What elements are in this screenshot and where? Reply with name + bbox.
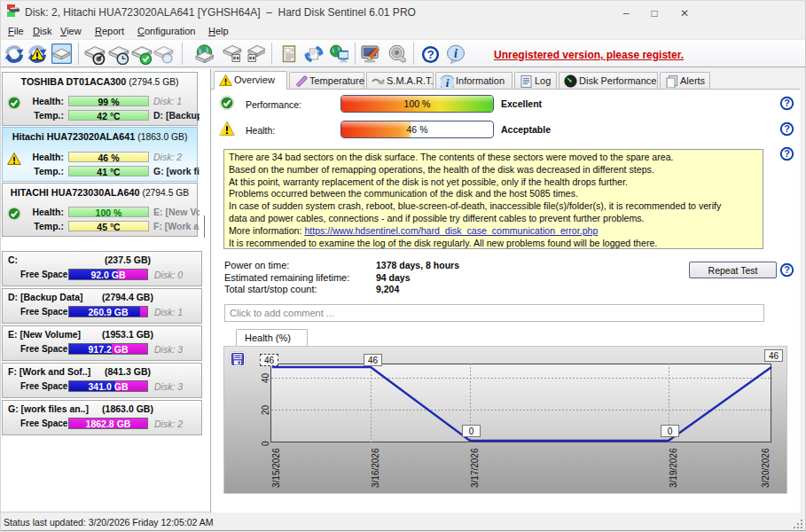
svg-text:i: i	[454, 47, 458, 60]
svg-text:?: ?	[784, 98, 790, 108]
svg-text:?: ?	[426, 48, 434, 61]
svg-text:?: ?	[784, 264, 790, 275]
svg-text:?: ?	[784, 148, 790, 159]
svg-text:?: ?	[784, 123, 790, 134]
svg-text:i: i	[446, 76, 450, 88]
